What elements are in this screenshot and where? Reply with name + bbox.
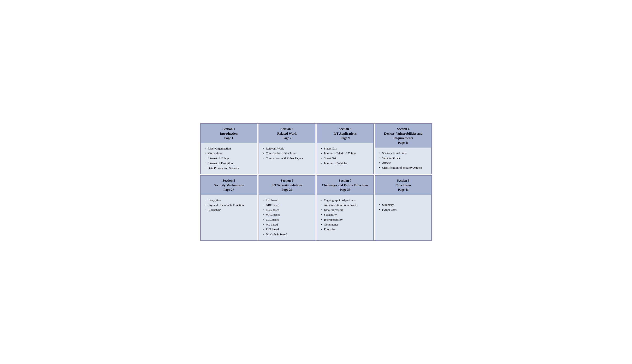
section-6-title-line-2: Page 29	[282, 188, 292, 192]
section-8-title-line-0: Section 8	[397, 179, 409, 182]
section-6-item-6: PUF based	[262, 227, 313, 232]
section-3-body: Smart CityInternet of Medical ThingsSmar…	[317, 143, 373, 174]
section-1-item-1: Motivations	[204, 151, 255, 156]
section-8-item-0: Summary	[379, 202, 430, 207]
sections-grid: Section 1IntroductionPage 1Paper Organiz…	[200, 123, 432, 241]
section-2-list: Relevant WorkContribution of the PaperCo…	[262, 146, 313, 160]
section-6-list: PKI basedABE basedECG basedMAC basedECC …	[262, 198, 313, 236]
section-4-item-0: Security Constraints	[379, 151, 430, 155]
section-5-title-line-2: Page 27	[224, 188, 234, 192]
section-5-item-1: Physical Unclonable Function	[204, 203, 255, 207]
section-1-title-line-1: Introduction	[220, 132, 238, 136]
section-3-item-0: Smart City	[320, 146, 371, 151]
section-3-title-line-2: Page 9	[341, 136, 350, 140]
section-3-list: Smart CityInternet of Medical ThingsSmar…	[320, 146, 371, 165]
section-7-header: Section 7Challenges and Future Direction…	[317, 176, 373, 195]
section-5-header: Section 5Security MechanismsPage 27	[201, 176, 257, 195]
section-5-body: EncryptionPhysical Unclonable FunctionBl…	[201, 195, 257, 240]
section-4-title-line-2: Page 11	[398, 141, 408, 144]
section-1-title-line-0: Section 1	[223, 127, 235, 131]
section-1-item-0: Paper Organization	[204, 146, 255, 151]
section-4-title-line-0: Section 4	[397, 127, 409, 131]
section-8-item-1: Future Work	[379, 207, 430, 212]
section-4-header: Section 4Devices' Vulnerabilities and Re…	[375, 124, 431, 148]
section-5-item-2: Blockchain	[204, 208, 255, 212]
section-2-item-0: Relevant Work	[262, 146, 313, 151]
section-7-item-4: Interoperability	[320, 218, 371, 222]
section-6-item-7: Blockchain based	[262, 232, 313, 236]
section-7-title-line-1: Challenges and Future Directions	[322, 183, 368, 187]
section-1-item-4: Data Privacy and Security	[204, 166, 255, 170]
section-7: Section 7Challenges and Future Direction…	[317, 175, 374, 240]
section-1-list: Paper OrganizationMotivationsInternet of…	[204, 146, 255, 170]
section-1-item-3: Internet of Everything	[204, 161, 255, 165]
section-8-list: SummaryFuture Work	[379, 202, 430, 212]
section-8: Section 8ConclusionPage 41SummaryFuture …	[375, 175, 432, 240]
section-2-item-2: Comparison with Other Papers	[262, 156, 313, 160]
section-8-header: Section 8ConclusionPage 41	[375, 176, 431, 195]
section-3-header: Section 3IoT ApplicationsPage 9	[317, 124, 373, 143]
section-6-item-2: ECG based	[262, 208, 313, 212]
section-2-title-line-1: Related Work	[277, 132, 297, 136]
section-8-title-line-1: Conclusion	[396, 183, 411, 187]
section-1-body: Paper OrganizationMotivationsInternet of…	[201, 143, 257, 174]
section-6-item-5: ML based	[262, 222, 313, 227]
section-5-title-line-0: Section 5	[223, 179, 235, 182]
section-3-title-line-0: Section 3	[339, 127, 351, 131]
section-6-item-0: PKI based	[262, 198, 313, 202]
section-6: Section 6IoT Security SolutionsPage 29PK…	[259, 175, 316, 240]
section-4: Section 4Devices' Vulnerabilities and Re…	[375, 124, 432, 174]
section-2-item-1: Contribution of the Paper	[262, 151, 313, 156]
section-7-body: Cryptographic AlgorithmsAuthentication F…	[317, 195, 373, 240]
section-7-item-3: Scalability	[320, 212, 371, 217]
section-7-item-1: Authentication Frameworks	[320, 203, 371, 207]
section-7-item-2: Data Processing	[320, 208, 371, 212]
section-2-body: Relevant WorkContribution of the PaperCo…	[259, 143, 315, 174]
section-1-title-line-2: Page 1	[224, 136, 233, 140]
section-6-item-1: ABE based	[262, 203, 313, 207]
section-5-title-line-1: Security Mechanisms	[214, 183, 244, 187]
section-8-body: SummaryFuture Work	[375, 195, 431, 240]
section-8-title-line-2: Page 41	[398, 188, 408, 192]
section-3-title-line-1: IoT Applications	[333, 132, 357, 136]
section-5: Section 5Security MechanismsPage 27Encry…	[200, 175, 257, 240]
section-1-item-2: Internet of Things	[204, 156, 255, 160]
section-1: Section 1IntroductionPage 1Paper Organiz…	[200, 124, 257, 174]
section-4-list: Security ConstraintsVulnerabilitiesAttac…	[379, 151, 430, 170]
section-2: Section 2Related WorkPage 7Relevant Work…	[259, 124, 316, 174]
section-3-item-3: Internet of Vehicles	[320, 161, 371, 165]
section-2-title-line-2: Page 7	[282, 136, 291, 140]
section-4-title-line-1: Devices' Vulnerabilities and Requirement…	[384, 132, 422, 140]
section-4-body: Security ConstraintsVulnerabilitiesAttac…	[375, 148, 431, 174]
section-7-item-6: Education	[320, 227, 371, 232]
section-6-item-4: ECC based	[262, 218, 313, 222]
section-5-item-0: Encryption	[204, 198, 255, 202]
section-6-body: PKI basedABE basedECG basedMAC basedECC …	[259, 195, 315, 240]
section-7-title-line-2: Page 39	[340, 188, 350, 192]
section-6-item-3: MAC based	[262, 212, 313, 217]
section-7-item-5: Governance	[320, 222, 371, 227]
section-4-item-2: Attacks	[379, 160, 430, 165]
section-7-item-0: Cryptographic Algorithms	[320, 198, 371, 202]
section-4-item-3: Classification of Security Attacks	[379, 165, 430, 170]
section-6-title-line-1: IoT Security Solutions	[272, 183, 302, 187]
section-2-header: Section 2Related WorkPage 7	[259, 124, 315, 143]
section-6-header: Section 6IoT Security SolutionsPage 29	[259, 176, 315, 195]
section-7-list: Cryptographic AlgorithmsAuthentication F…	[320, 198, 371, 232]
section-4-item-1: Vulnerabilities	[379, 156, 430, 160]
section-3-item-2: Smart Grid	[320, 156, 371, 160]
section-2-title-line-0: Section 2	[281, 127, 293, 131]
section-6-title-line-0: Section 6	[281, 179, 293, 182]
section-5-list: EncryptionPhysical Unclonable FunctionBl…	[204, 198, 255, 212]
section-3: Section 3IoT ApplicationsPage 9Smart Cit…	[317, 124, 374, 174]
section-3-item-1: Internet of Medical Things	[320, 151, 371, 156]
section-1-header: Section 1IntroductionPage 1	[201, 124, 257, 143]
section-7-title-line-0: Section 7	[339, 179, 351, 182]
